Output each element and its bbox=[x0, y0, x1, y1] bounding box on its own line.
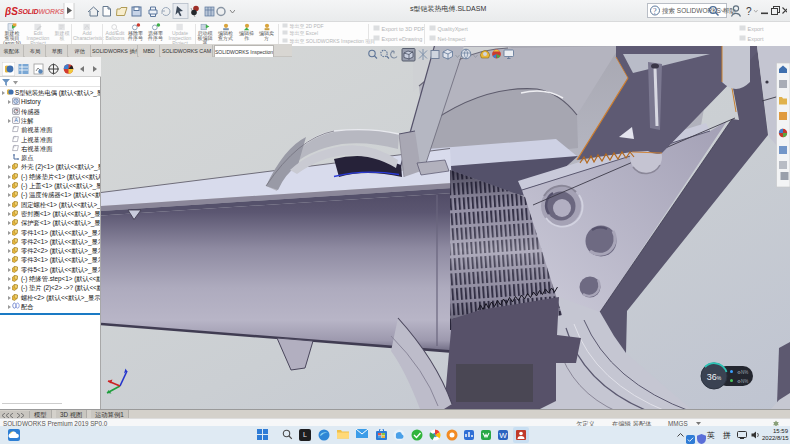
svg-text:A: A bbox=[14, 117, 18, 123]
svg-text:⚙N%: ⚙N% bbox=[737, 370, 748, 375]
svg-text:SOLIDWORKS: SOLIDWORKS bbox=[18, 8, 65, 15]
svg-text:βS: βS bbox=[5, 6, 18, 17]
svg-text:?: ? bbox=[746, 6, 752, 17]
svg-text:⚙N%: ⚙N% bbox=[737, 379, 748, 384]
svg-text:?: ? bbox=[653, 7, 657, 16]
svg-text:W: W bbox=[499, 431, 507, 440]
